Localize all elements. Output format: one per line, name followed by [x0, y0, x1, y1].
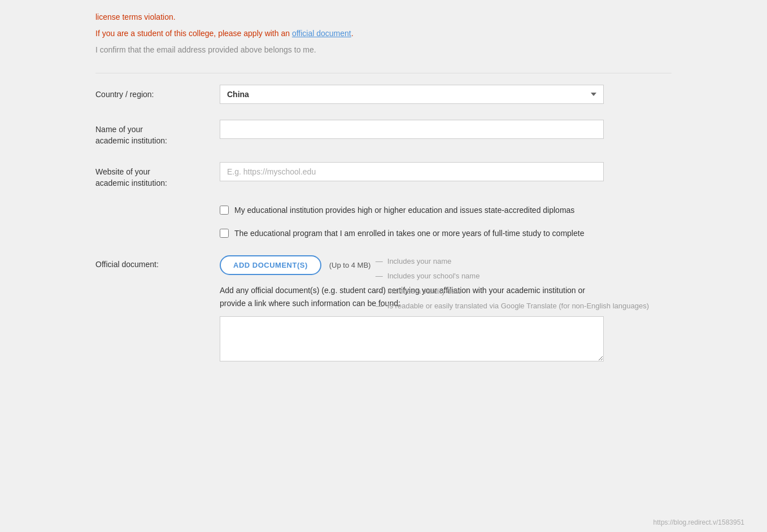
- institution-website-row: Website of youracademic institution:: [95, 162, 672, 189]
- req-item-4: — Is readable or easily translated via G…: [376, 300, 649, 312]
- checkbox-enrollment[interactable]: [220, 229, 229, 238]
- req-text-4: Is readable or easily translated via Goo…: [387, 300, 649, 312]
- page: license terms violation. If you are a st…: [0, 0, 767, 532]
- req-item-1: — Includes your name: [376, 255, 649, 268]
- checkbox-1-label: My educational institution provides high…: [234, 204, 574, 216]
- country-row: Country / region: China United States Un…: [95, 85, 672, 104]
- file-size-text: (Up to 4 MB): [329, 261, 371, 269]
- url-hint: https://blog.redirect.v/1583951: [653, 518, 744, 526]
- req-dash-1: —: [376, 255, 383, 268]
- institution-website-input[interactable]: [220, 162, 604, 181]
- license-violation-text: license terms violation.: [95, 12, 176, 21]
- checkbox-item-2: The educational program that I am enroll…: [220, 228, 604, 239]
- confirm-text: I confirm that the email address provide…: [95, 44, 672, 56]
- alert-section: license terms violation.: [95, 11, 672, 23]
- official-doc-label: Official document:: [95, 255, 220, 269]
- official-document-link[interactable]: official document: [292, 29, 351, 38]
- alert-prefix: If you are a student of this college, pl…: [95, 29, 292, 38]
- req-dash-4: —: [376, 300, 383, 312]
- req-item-2: — Includes your school's name: [376, 270, 649, 282]
- requirements-list: — Includes your name — Includes your sch…: [376, 255, 649, 314]
- req-text-2: Includes your school's name: [387, 270, 480, 282]
- add-document-button[interactable]: ADD DOCUMENT(S): [220, 255, 321, 275]
- checkbox-2-label: The educational program that I am enroll…: [234, 228, 584, 239]
- official-doc-alert: If you are a student of this college, pl…: [95, 28, 672, 40]
- institution-website-control: [220, 162, 604, 181]
- checkbox-item-1: My educational institution provides high…: [220, 204, 604, 216]
- req-item-3: — Includes a validity date: [376, 285, 649, 298]
- form-content: license terms violation. If you are a st…: [73, 0, 694, 397]
- checkbox-group: My educational institution provides high…: [220, 204, 604, 239]
- separator: [95, 73, 672, 73]
- req-text-3: Includes a validity date: [387, 285, 462, 298]
- institution-website-label: Website of youracademic institution:: [95, 162, 220, 189]
- institution-name-control: [220, 120, 604, 139]
- country-select[interactable]: China United States United Kingdom Germa…: [220, 85, 604, 104]
- country-label: Country / region:: [95, 85, 220, 101]
- alert-suffix: .: [351, 29, 354, 38]
- req-dash-2: —: [376, 270, 383, 282]
- institution-name-label: Name of youracademic institution:: [95, 120, 220, 146]
- institution-name-row: Name of youracademic institution:: [95, 120, 672, 146]
- doc-link-textarea[interactable]: [220, 316, 604, 361]
- institution-name-input[interactable]: [220, 120, 604, 139]
- official-doc-section: Official document: ADD DOCUMENT(S) (Up t…: [95, 255, 672, 363]
- country-control: China United States United Kingdom Germa…: [220, 85, 604, 104]
- req-dash-3: —: [376, 285, 383, 298]
- req-text-1: Includes your name: [387, 255, 451, 268]
- checkbox-higher-education[interactable]: [220, 206, 229, 215]
